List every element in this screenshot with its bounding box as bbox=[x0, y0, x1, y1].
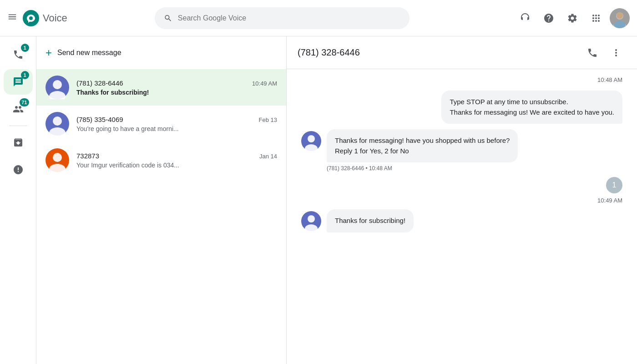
headset-icon[interactable] bbox=[515, 8, 535, 28]
conversation-item-2[interactable]: 732873 Jan 14 Your Imgur verification co… bbox=[36, 142, 286, 178]
sidebar-divider bbox=[9, 126, 27, 126]
new-message-label: Send new message bbox=[57, 49, 121, 57]
hamburger-icon[interactable] bbox=[7, 12, 17, 25]
plus-icon: + bbox=[46, 46, 52, 59]
chat-header-actions bbox=[582, 43, 626, 63]
call-button[interactable] bbox=[582, 43, 602, 63]
logo-text: Voice bbox=[43, 12, 67, 24]
help-icon[interactable] bbox=[539, 8, 559, 28]
conv-avatar-0 bbox=[46, 76, 69, 99]
chat-messages: 10:48 AM Type STOP at any time to unsubs… bbox=[287, 69, 637, 364]
messages-badge: 1 bbox=[21, 71, 29, 79]
calls-badge: 1 bbox=[21, 44, 29, 52]
conv-preview-2: Your Imgur verification code is 034... bbox=[76, 162, 277, 169]
msg-time-1048: 10:48 AM bbox=[301, 76, 622, 83]
conv-preview-1: You're going to have a great morni... bbox=[76, 125, 277, 132]
logo-area: Voice bbox=[23, 10, 67, 26]
search-input[interactable] bbox=[178, 14, 400, 22]
conv-time-2: Jan 14 bbox=[259, 153, 277, 160]
chat-header: (781) 328-6446 bbox=[287, 36, 637, 69]
conversation-list: + Send new message (781) 328-6446 10:49 … bbox=[36, 36, 287, 364]
sent-badge: 1 bbox=[606, 177, 622, 193]
sidebar-item-archive[interactable] bbox=[4, 130, 33, 155]
msg-avatar-sm-1 bbox=[301, 131, 321, 151]
conv-info-1: (785) 335-4069 Feb 13 You're going to ha… bbox=[76, 116, 277, 132]
conv-time-1: Feb 13 bbox=[259, 116, 277, 123]
topbar: Voice bbox=[0, 0, 637, 36]
sent-group: 1 10:49 AM bbox=[301, 177, 622, 204]
msg-bubble-shopping: Thanks for messaging! have you shopped w… bbox=[327, 129, 518, 162]
svg-point-11 bbox=[53, 116, 62, 126]
conv-avatar-1 bbox=[46, 112, 69, 136]
conv-name-2: 732873 bbox=[76, 152, 99, 160]
svg-point-14 bbox=[53, 153, 62, 162]
settings-icon[interactable] bbox=[562, 8, 582, 28]
svg-point-20 bbox=[308, 215, 315, 222]
conv-info-2: 732873 Jan 14 Your Imgur verification co… bbox=[76, 152, 277, 169]
conv-time-0: 10:49 AM bbox=[252, 80, 277, 87]
svg-point-17 bbox=[308, 135, 315, 142]
svg-point-5 bbox=[617, 12, 623, 19]
svg-point-8 bbox=[53, 80, 62, 89]
conv-avatar-2 bbox=[46, 148, 69, 172]
conv-list-header: + Send new message bbox=[36, 36, 286, 69]
topbar-right bbox=[515, 8, 630, 28]
chat-header-title: (781) 328-6446 bbox=[298, 47, 360, 58]
svg-point-1 bbox=[29, 16, 33, 20]
msg-group-shopping: Thanks for messaging! have you shopped w… bbox=[301, 129, 622, 172]
conv-preview-0: Thanks for subscribing! bbox=[76, 89, 277, 96]
msg-sender-info-1: (781) 328-6446 • 10:48 AM bbox=[327, 165, 518, 172]
chat-pane: (781) 328-6446 10:48 AM Type STOP at any… bbox=[287, 36, 637, 364]
msg-bubble-unsubscribe: Type STOP at any time to unsubscribe.Tha… bbox=[441, 91, 622, 124]
contacts-badge: 71 bbox=[20, 98, 29, 106]
conv-name-0: (781) 328-6446 bbox=[76, 79, 123, 87]
main-layout: 1 1 71 + Send new message bbox=[0, 36, 637, 364]
sidebar-item-calls[interactable]: 1 bbox=[4, 42, 33, 67]
sidebar: 1 1 71 bbox=[0, 36, 36, 364]
apps-icon[interactable] bbox=[586, 8, 606, 28]
voice-logo-icon bbox=[23, 10, 39, 26]
sidebar-item-spam[interactable] bbox=[4, 157, 33, 182]
new-message-button[interactable]: + Send new message bbox=[46, 46, 121, 59]
conv-name-1: (785) 335-4069 bbox=[76, 116, 123, 123]
conversation-item-0[interactable]: (781) 328-6446 10:49 AM Thanks for subsc… bbox=[36, 69, 286, 106]
msg-group-subscribing: Thanks for subscribing! bbox=[301, 209, 622, 233]
msg-avatar-sm-2 bbox=[301, 211, 321, 231]
more-options-button[interactable] bbox=[606, 43, 626, 63]
user-avatar[interactable] bbox=[610, 8, 630, 28]
sidebar-item-contacts[interactable]: 71 bbox=[4, 96, 33, 122]
search-bar[interactable] bbox=[155, 7, 410, 29]
topbar-left: Voice bbox=[7, 10, 98, 26]
conversation-item-1[interactable]: (785) 335-4069 Feb 13 You're going to ha… bbox=[36, 106, 286, 142]
conv-info-0: (781) 328-6446 10:49 AM Thanks for subsc… bbox=[76, 79, 277, 96]
msg-bubble-subscribing: Thanks for subscribing! bbox=[327, 209, 414, 233]
msg-time-1049: 10:49 AM bbox=[597, 197, 622, 204]
search-icon bbox=[164, 14, 172, 23]
sidebar-item-messages[interactable]: 1 bbox=[4, 69, 33, 95]
svg-point-6 bbox=[614, 21, 626, 28]
